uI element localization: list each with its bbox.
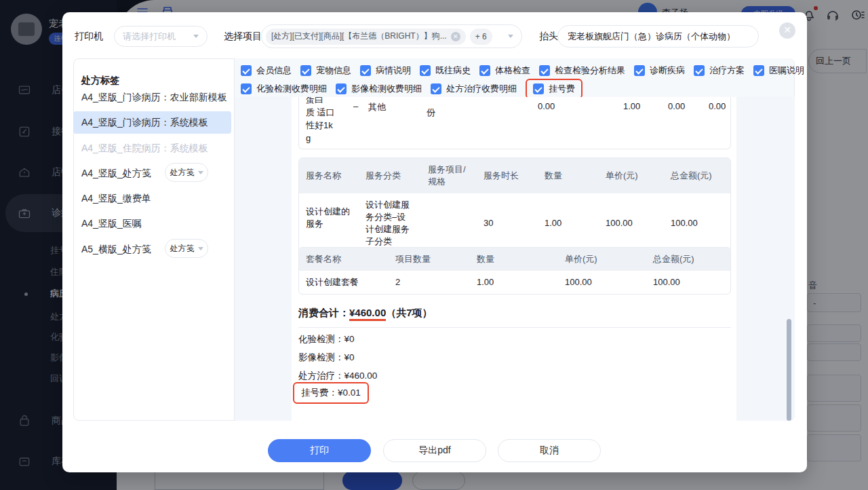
- options-row-2: 化验检测收费明细 影像检测收费明细 处方治疗收费明细 挂号费: [241, 83, 583, 95]
- checkbox-checked[interactable]: [694, 65, 705, 76]
- option-condition[interactable]: 病情说明: [360, 64, 411, 77]
- template-item[interactable]: A4_竖版_处方笺: [81, 168, 151, 180]
- project-tag: [处方][已支付][商品][【布兰德（BRIGHT）】狗... ✕: [266, 29, 466, 45]
- option-physical-exam[interactable]: 体格检查: [479, 64, 530, 77]
- prescription-type-select[interactable]: 处方笺: [165, 239, 208, 258]
- checkbox-checked[interactable]: [360, 65, 371, 76]
- header-label: 抬头: [539, 31, 558, 43]
- col-header: 单价(元): [599, 158, 664, 193]
- service-table: 服务名称 服务分类 服务项目/规格 服务时长 数量 单价(元) 总金额(元) 设…: [298, 157, 731, 254]
- table-cell: [421, 193, 477, 253]
- chevron-down-icon: [508, 35, 513, 38]
- goods-value: 0.00: [709, 101, 726, 111]
- col-header: 数量: [470, 248, 558, 271]
- checkbox-checked[interactable]: [300, 65, 311, 76]
- checkbox-checked[interactable]: [634, 65, 645, 76]
- table-cell: 100.00: [599, 193, 664, 253]
- table-cell: 1.00: [470, 271, 558, 294]
- col-header: 数量: [538, 158, 599, 193]
- package-table: 套餐名称 项目数量 数量 单价(元) 总金额(元) 设计创建套餐 2 1.00 …: [298, 247, 731, 295]
- template-item[interactable]: A4_竖版_门诊病历：农业部新模板: [81, 92, 227, 104]
- option-diagnosis[interactable]: 诊断疾病: [634, 64, 685, 77]
- print-button[interactable]: 打印: [268, 439, 371, 462]
- checkbox-checked[interactable]: [753, 65, 764, 76]
- col-header: 服务时长: [477, 158, 538, 193]
- template-item[interactable]: A4_竖版_缴费单: [81, 193, 151, 205]
- print-dialog: ✕ 打印机 请选择打印机 选择项目 [处方][已支付][商品][【布兰德（BRI…: [62, 12, 807, 472]
- preview-scrollbar[interactable]: [787, 319, 791, 421]
- cancel-button[interactable]: 取消: [498, 439, 601, 462]
- total-count: （共7项）: [386, 307, 432, 318]
- total-line: 消费合计：¥460.00（共7项）: [298, 307, 433, 320]
- col-header: 服务项目/规格: [421, 158, 477, 193]
- close-icon[interactable]: ✕: [779, 22, 795, 39]
- goods-spec: –: [353, 101, 358, 111]
- checkbox-checked[interactable]: [539, 65, 550, 76]
- option-registration-fee[interactable]: 挂号费: [533, 83, 575, 95]
- header-input[interactable]: 宠老板旗舰店门（急）诊病历（个体动物）: [557, 25, 759, 48]
- checkbox-checked[interactable]: [420, 65, 431, 76]
- options-row-1: 会员信息 宠物信息 病情说明 既往病史 体格检查 检查检验分析结果 诊断疾病 治…: [241, 64, 804, 77]
- col-header: 项目数量: [389, 248, 470, 271]
- checkbox-checked[interactable]: [241, 83, 252, 94]
- summary-lab: 化验检测：¥0: [298, 333, 355, 345]
- summary-imaging: 影像检测：¥0: [298, 352, 355, 364]
- template-section-title: 处方标签: [81, 75, 119, 87]
- total-label: 消费合计：: [298, 307, 349, 318]
- table-cell: 100.00: [664, 193, 731, 253]
- printer-placeholder: 请选择打印机: [123, 31, 176, 43]
- col-header: 总金额(元): [646, 248, 731, 271]
- chevron-down-icon: [193, 35, 199, 38]
- option-imaging-fees[interactable]: 影像检测收费明细: [336, 83, 422, 95]
- summary-divider: [298, 327, 731, 328]
- col-header: 总金额(元): [664, 158, 731, 193]
- checkbox-checked[interactable]: [479, 65, 490, 76]
- table-cell: 设计创建服务分类–设计创建服务子分类: [359, 193, 421, 253]
- project-label: 选择项目: [224, 31, 262, 43]
- goods-unit: 份: [427, 107, 435, 119]
- project-more-tag: + 6: [470, 29, 492, 45]
- registration-fee-box: 挂号费：¥0.01: [293, 382, 369, 404]
- option-member-info[interactable]: 会员信息: [241, 64, 292, 77]
- summary-prescription: 处方治疗：¥460.00: [298, 370, 377, 382]
- template-item-selected[interactable]: A4_竖版_门诊病历：系统模板: [81, 117, 208, 129]
- table-cell: 1.00: [538, 193, 599, 253]
- option-doctor-advice[interactable]: 医嘱说明: [753, 64, 804, 77]
- option-analysis-result[interactable]: 检查检验分析结果: [539, 64, 625, 77]
- table-cell: 100.00: [646, 271, 731, 294]
- checkbox-checked[interactable]: [241, 65, 252, 76]
- goods-name: 蛋白 质 适口 性好1k g: [306, 97, 348, 145]
- option-lab-fees[interactable]: 化验检测收费明细: [241, 83, 327, 95]
- option-treatment-plan[interactable]: 治疗方案: [694, 64, 745, 77]
- goods-table-fragment: 蛋白 质 适口 性好1k g – 其他 份 0.00 1.00 0.00 0.0…: [298, 97, 731, 149]
- col-header: 套餐名称: [299, 248, 389, 271]
- project-select[interactable]: [处方][已支付][商品][【布兰德（BRIGHT）】狗... ✕ + 6: [261, 24, 522, 48]
- chevron-down-icon: [198, 247, 203, 250]
- goods-value: 1.00: [623, 101, 640, 111]
- template-item-disabled[interactable]: A4_竖版_住院病历：系统模板: [81, 143, 208, 155]
- printer-label: 打印机: [75, 31, 103, 43]
- template-item[interactable]: A5_横版_处方笺: [81, 244, 151, 256]
- col-header: 服务名称: [299, 158, 359, 193]
- template-item[interactable]: A4_竖版_医嘱: [81, 218, 142, 230]
- col-header: 服务分类: [359, 158, 421, 193]
- goods-category: 其他: [368, 101, 386, 113]
- chevron-down-icon: [198, 171, 203, 174]
- remove-tag-icon[interactable]: ✕: [451, 32, 460, 41]
- table-cell: 设计创建的服务: [299, 193, 359, 242]
- option-history[interactable]: 既往病史: [420, 64, 471, 77]
- printer-select[interactable]: 请选择打印机: [114, 26, 208, 47]
- prescription-type-select[interactable]: 处方笺: [165, 163, 208, 182]
- col-header: 单价(元): [558, 248, 646, 271]
- table-cell: 100.00: [558, 271, 646, 294]
- checkbox-checked[interactable]: [533, 83, 544, 94]
- option-pet-info[interactable]: 宠物信息: [300, 64, 351, 77]
- total-amount: ¥460.00: [349, 307, 386, 321]
- goods-value: 0.00: [668, 101, 685, 111]
- table-cell: 2: [389, 271, 470, 294]
- export-pdf-button[interactable]: 导出pdf: [383, 439, 486, 462]
- checkbox-checked[interactable]: [431, 83, 441, 94]
- checkbox-checked[interactable]: [336, 83, 347, 94]
- registration-fee-highlight: 挂号费: [526, 79, 583, 99]
- option-prescription-fees[interactable]: 处方治疗收费明细: [431, 83, 517, 95]
